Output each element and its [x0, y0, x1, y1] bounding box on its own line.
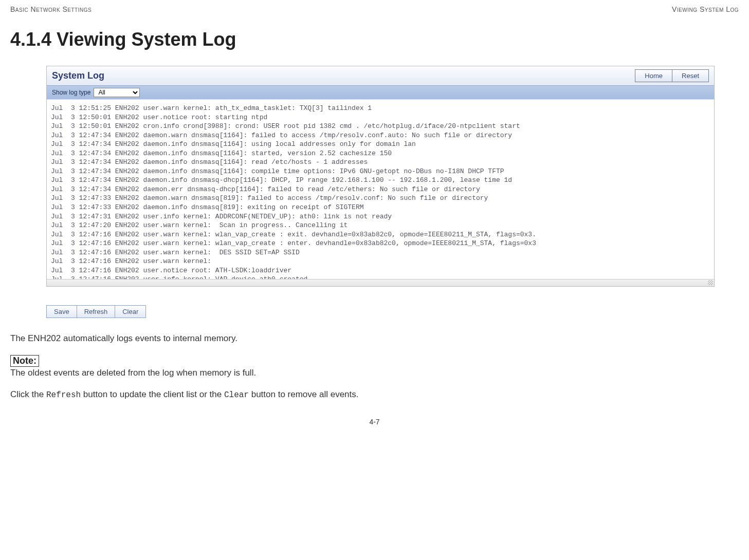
- log-output[interactable]: Jul 3 12:51:25 ENH202 user.warn kernel: …: [47, 99, 714, 279]
- running-header: Basic Network Settings Viewing System Lo…: [10, 5, 739, 13]
- log-line: Jul 3 12:47:20 ENH202 user.warn kernel: …: [51, 221, 710, 230]
- log-line: Jul 3 12:47:16 ENH202 user.notice root: …: [51, 266, 710, 275]
- panel-title-bar: System Log Home Reset: [47, 66, 714, 86]
- note-text: The oldest events are deleted from the l…: [10, 368, 739, 378]
- title-buttons: Home Reset: [635, 69, 709, 82]
- log-line: Jul 3 12:47:16 ENH202 user.warn kernel:: [51, 257, 710, 266]
- system-log-panel: System Log Home Reset Show log type All …: [46, 66, 715, 287]
- filter-label: Show log type: [52, 89, 90, 96]
- log-line: Jul 3 12:47:34 ENH202 daemon.info dnsmas…: [51, 167, 710, 176]
- header-right: Viewing System Log: [672, 5, 739, 13]
- reset-button[interactable]: Reset: [672, 69, 709, 82]
- bottom-buttons: Save Refresh Clear: [46, 305, 715, 318]
- note-block: Note: The oldest events are deleted from…: [10, 344, 739, 378]
- instr-mid: button to update the client list or the: [81, 389, 224, 399]
- log-line: Jul 3 12:50:01 ENH202 cron.info crond[39…: [51, 122, 710, 131]
- log-type-select[interactable]: All: [94, 88, 140, 97]
- log-line: Jul 3 12:50:01 ENH202 user.notice root: …: [51, 113, 710, 122]
- instr-clear-code: Clear: [224, 390, 249, 400]
- system-log-screenshot: System Log Home Reset Show log type All …: [46, 66, 715, 318]
- filter-bar: Show log type All: [47, 86, 714, 99]
- log-line: Jul 3 12:47:16 ENH202 user.info kernel: …: [51, 275, 710, 279]
- instruction-text: Click the Refresh button to update the c…: [10, 389, 739, 400]
- resize-grip[interactable]: [47, 279, 714, 286]
- log-line: Jul 3 12:47:34 ENH202 daemon.err dnsmasq…: [51, 185, 710, 194]
- header-left: Basic Network Settings: [10, 5, 92, 13]
- instr-refresh-code: Refresh: [46, 390, 81, 400]
- log-line: Jul 3 12:47:16 ENH202 user.warn kernel: …: [51, 239, 710, 248]
- clear-button[interactable]: Clear: [115, 305, 146, 318]
- log-line: Jul 3 12:47:31 ENH202 user.info kernel: …: [51, 212, 710, 221]
- log-line: Jul 3 12:47:34 ENH202 daemon.info dnsmas…: [51, 140, 710, 149]
- page-number: 4-7: [10, 418, 739, 426]
- log-line: Jul 3 12:51:25 ENH202 user.warn kernel: …: [51, 104, 710, 113]
- section-heading: 4.1.4 Viewing System Log: [10, 29, 739, 50]
- save-button[interactable]: Save: [46, 305, 77, 318]
- log-line: Jul 3 12:47:34 ENH202 daemon.info dnsmas…: [51, 158, 710, 167]
- log-line: Jul 3 12:47:33 ENH202 daemon.warn dnsmas…: [51, 194, 710, 203]
- note-label: Note:: [10, 355, 39, 367]
- instr-post: button to remove all events.: [249, 389, 359, 399]
- log-line: Jul 3 12:47:34 ENH202 daemon.info dnsmas…: [51, 176, 710, 185]
- log-line: Jul 3 12:47:34 ENH202 daemon.warn dnsmas…: [51, 131, 710, 140]
- panel-title: System Log: [52, 70, 104, 81]
- refresh-button[interactable]: Refresh: [77, 305, 116, 318]
- log-line: Jul 3 12:47:16 ENH202 user.warn kernel: …: [51, 248, 710, 257]
- instr-pre: Click the: [10, 389, 46, 399]
- intro-text: The ENH202 automatically logs events to …: [10, 333, 739, 344]
- log-line: Jul 3 12:47:16 ENH202 user.warn kernel: …: [51, 230, 710, 239]
- home-button[interactable]: Home: [635, 69, 672, 82]
- log-line: Jul 3 12:47:34 ENH202 daemon.info dnsmas…: [51, 149, 710, 158]
- log-line: Jul 3 12:47:33 ENH202 daemon.info dnsmas…: [51, 203, 710, 212]
